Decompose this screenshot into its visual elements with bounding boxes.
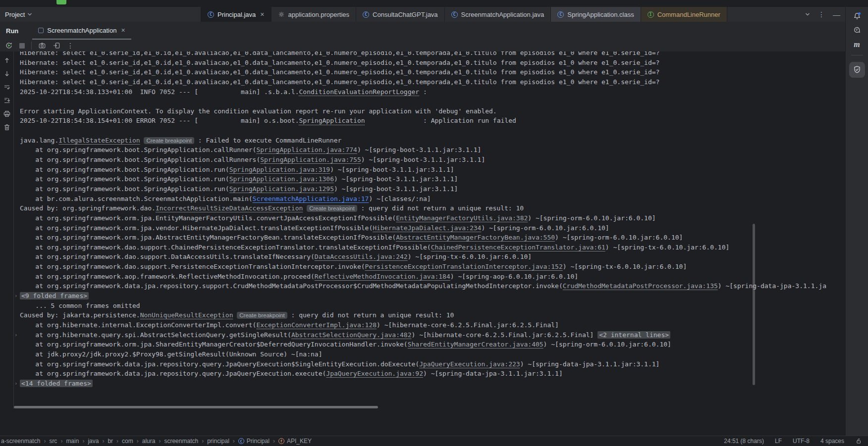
stack-frame-link[interactable]: SpringApplication.java:1306 <box>229 175 334 183</box>
stack-frame-link[interactable]: HibernateJpaDialect.java:234 <box>373 224 481 232</box>
breadcrumb-item-principal[interactable]: principal <box>207 438 229 445</box>
more-kebab-icon[interactable]: ⋮ <box>818 10 825 18</box>
chevron-down-icon <box>27 12 32 16</box>
unlock-icon[interactable] <box>855 438 862 445</box>
console-line: at org.springframework.dao.support.Chain… <box>20 243 845 252</box>
security-shield-button[interactable] <box>849 62 865 78</box>
console-line: at org.springframework.dao.support.DataA… <box>20 252 845 262</box>
breadcrumb-separator: › <box>159 438 161 445</box>
caret-position[interactable]: 24:51 (8 chars) <box>724 438 764 445</box>
run-widget-icon[interactable] <box>56 0 66 4</box>
folded-frames-toggle[interactable]: <14 folded frames> <box>20 380 93 387</box>
breadcrumb-item-br[interactable]: br <box>108 438 113 445</box>
editor-tab-screenmatchapplication-java[interactable]: CScreenmatchApplication.java <box>445 7 551 22</box>
right-sidebar: m <box>845 7 868 436</box>
project-tool-window-header[interactable]: Project <box>0 7 201 22</box>
hide-icon[interactable]: — <box>833 10 840 19</box>
maven-icon[interactable]: m <box>854 41 860 49</box>
breadcrumb-item-java[interactable]: java <box>88 438 99 445</box>
rerun-icon[interactable] <box>5 42 13 50</box>
stack-frame-link[interactable]: PersistenceExceptionTranslationIntercept… <box>365 263 563 270</box>
stack-frame-link[interactable]: EntityManagerFactoryUtils.java:382 <box>396 214 528 222</box>
up-stack-icon[interactable] <box>3 56 11 64</box>
chevron-down-icon[interactable] <box>805 12 810 16</box>
breadcrumb-item-principal[interactable]: CPrincipal <box>238 438 270 445</box>
stop-icon[interactable] <box>19 43 25 49</box>
run-panel-label[interactable]: Run <box>0 22 25 40</box>
soft-wrap-icon[interactable] <box>3 83 11 91</box>
clear-all-icon[interactable] <box>3 123 11 131</box>
stack-frame-link[interactable]: IllegalStateException <box>58 137 140 144</box>
screenshot-icon[interactable] <box>38 42 46 50</box>
create-breakpoint-button[interactable]: Create breakpoint <box>307 205 357 212</box>
stack-frame-link[interactable]: SpringApplication.java:774 <box>256 146 357 153</box>
console-text: at br.com.alura.screenmatch.ScreenmatchA… <box>20 195 253 202</box>
project-file-link[interactable]: ScreenmatchApplication.java:17 <box>253 195 369 202</box>
stack-frame-link[interactable]: SpringApplication.java:319 <box>229 166 330 173</box>
create-breakpoint-button[interactable]: Create breakpoint <box>237 312 287 319</box>
more-kebab-icon[interactable]: ⋮ <box>67 42 74 50</box>
stack-frame-link[interactable]: ExceptionConverterImpl.java:128 <box>256 321 377 329</box>
class-icon: C <box>363 11 369 18</box>
breadcrumb-label: com <box>122 438 133 445</box>
down-stack-icon[interactable] <box>3 70 11 78</box>
stack-frame-link[interactable]: AbstractSelectionQuery.java:482 <box>291 331 412 339</box>
breadcrumb-item-main[interactable]: main <box>66 438 79 445</box>
editor-tab-principal-java[interactable]: CPrincipal.java× <box>201 7 271 22</box>
breadcrumb-item-src[interactable]: src <box>49 438 57 445</box>
console-text: at org.springframework.aop.framework.Ref… <box>20 273 315 280</box>
horizontal-scrollbar[interactable] <box>14 406 378 408</box>
create-breakpoint-button[interactable]: Create breakpoint <box>144 137 194 144</box>
breadcrumb-item-alura[interactable]: alura <box>142 438 156 445</box>
vertical-scrollbar[interactable] <box>753 224 755 385</box>
stack-frame-link[interactable]: DataAccessUtils.java:242 <box>315 253 408 260</box>
stack-frame-link[interactable]: SpringApplication.java:1295 <box>229 185 334 193</box>
breadcrumb-item-com[interactable]: com <box>122 438 133 445</box>
stack-frame-link[interactable]: JpaQueryExecution.java:92 <box>326 370 423 377</box>
stack-frame-link[interactable]: AbstractEntityManagerFactoryBean.java:55… <box>396 234 555 241</box>
expand-arrow-icon[interactable]: › <box>14 330 18 340</box>
stack-frame-link[interactable]: SharedEntityManagerCreator.java:405 <box>408 341 543 348</box>
expand-arrow-icon[interactable]: › <box>14 379 18 389</box>
indent-setting[interactable]: 4 spaces <box>820 438 844 445</box>
console-line: Hibernate: select e1_0.serie_id,e1_0.id,… <box>20 67 845 77</box>
console-text: at org.springframework.data.jpa.reposito… <box>20 282 563 290</box>
print-icon[interactable] <box>3 110 11 118</box>
breadcrumb-item-a-screenmatch[interactable]: a-screenmatch <box>1 438 40 445</box>
breadcrumb-item-api-key[interactable]: fAPI_KEY <box>278 438 312 445</box>
stack-frame-link[interactable]: ChainedPersistenceExceptionTranslator.ja… <box>431 244 605 251</box>
stack-frame-link[interactable]: JpaQueryExecution.java:223 <box>419 360 520 368</box>
notifications-icon[interactable] <box>853 12 861 20</box>
console-text: ) ~[spring-tx-6.0.10.jar:6.0.10] <box>563 263 687 270</box>
file-encoding[interactable]: UTF-8 <box>793 438 810 445</box>
console-text: ) ~[spring-tx-6.0.10.jar:6.0.10] <box>605 244 729 251</box>
folded-frames-toggle[interactable]: <2 internal lines> <box>597 331 670 339</box>
logger-link[interactable]: ConditionEvaluationReportLogger <box>299 88 420 96</box>
run-tab-screenmatchapplication[interactable]: ScreenmatchApplication × <box>32 22 131 40</box>
stack-frame-link[interactable]: IncorrectResultSizeDataAccessException <box>156 204 303 212</box>
stack-frame-link[interactable]: NonUniqueResultException <box>140 311 233 319</box>
console-text: at org.hibernate.query.spi.AbstractSelec… <box>20 331 291 339</box>
ai-assistant-icon[interactable] <box>853 26 861 34</box>
console-text: ) ~[spring-boot-3.1.1.jar:3.1.1] <box>330 166 454 173</box>
stack-frame-link[interactable]: SpringApplication.java:755 <box>260 156 361 163</box>
breadcrumb-separator: › <box>273 438 275 445</box>
close-icon[interactable]: × <box>260 11 264 18</box>
editor-tab-consultachatgpt-java[interactable]: CConsultaChatGPT.java <box>356 7 445 22</box>
line-ending[interactable]: LF <box>775 438 782 445</box>
editor-tab-application-properties[interactable]: application.properties <box>271 7 357 22</box>
folded-frames-toggle[interactable]: <9 folded frames> <box>20 292 89 299</box>
run-toolbar: ⋮ <box>0 40 845 51</box>
editor-tab-commandlinerunner[interactable]: ICommandLineRunner <box>641 7 727 22</box>
logger-link[interactable]: SpringApplication <box>299 117 365 124</box>
import-console-icon[interactable] <box>53 42 60 50</box>
breadcrumb-item-screenmatch[interactable]: screenmatch <box>164 438 198 445</box>
stack-frame-link[interactable]: CrudMethodMetadataPostProcessor.java:135 <box>563 282 718 290</box>
stack-frame-link[interactable]: ReflectiveMethodInvocation.java:184 <box>315 273 450 280</box>
close-icon[interactable]: × <box>121 27 125 34</box>
run-console-output[interactable]: Hibernate: select e1_0.serie_id,e1_0.id,… <box>14 51 845 409</box>
scroll-to-end-icon[interactable] <box>3 97 11 104</box>
editor-tab-springapplication-class[interactable]: CSpringApplication.class <box>551 7 641 22</box>
console-text: Hibernate: select e1_0.serie_id,e1_0.id,… <box>20 59 659 66</box>
expand-arrow-icon[interactable]: › <box>14 291 18 301</box>
